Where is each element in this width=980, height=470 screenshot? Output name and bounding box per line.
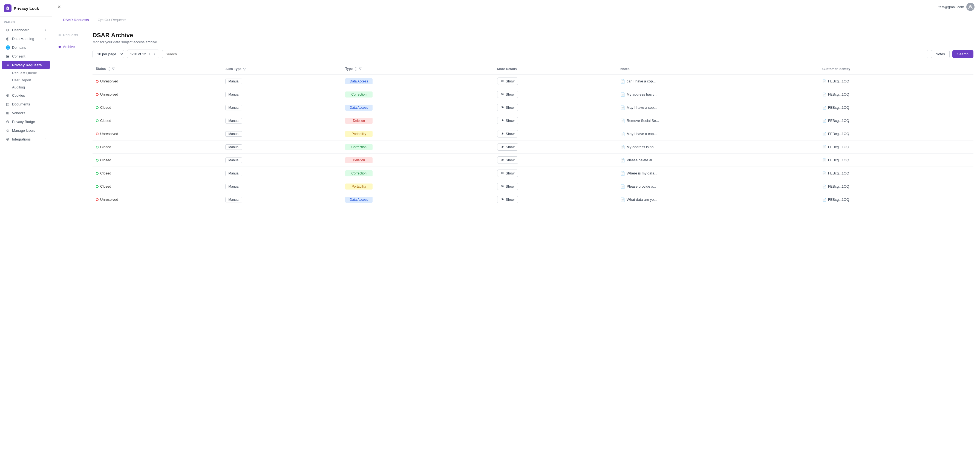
eye-icon-0: 👁	[501, 79, 504, 83]
type-badge-8: Portability	[345, 183, 372, 190]
sidebar-item-integrations[interactable]: ⊛ Integrations ›	[2, 135, 50, 143]
integrations-icon: ⊛	[5, 137, 10, 141]
pagination-prev-button[interactable]: ‹	[148, 51, 151, 57]
cell-notes-9: 📄 What data are yo...	[617, 193, 819, 206]
cell-notes-7: 📄 Where is my data...	[617, 167, 819, 180]
cell-auth-type-8: Manual	[222, 180, 342, 193]
filter-status-icon[interactable]: ▽	[112, 67, 115, 71]
show-button-7[interactable]: 👁 Show	[497, 169, 518, 177]
show-button-6[interactable]: 👁 Show	[497, 156, 518, 164]
sidebar-item-privacy-badge[interactable]: ⊙ Privacy Badge	[2, 118, 50, 126]
cell-notes-3: 📄 Remove Social Se...	[617, 114, 819, 127]
show-button-4[interactable]: 👁 Show	[497, 130, 518, 137]
eye-icon-9: 👁	[501, 198, 504, 202]
manage-users-icon: ☺	[5, 128, 10, 132]
status-badge-4: Unresolved	[96, 132, 219, 136]
notes-doc-icon-1: 📄	[620, 92, 625, 97]
sidebar-item-label: Documents	[12, 102, 30, 106]
customer-doc-icon-8: 📄	[822, 185, 826, 188]
breadcrumb-requests[interactable]: Requests	[59, 32, 86, 38]
tab-dsar-requests[interactable]: DSAR Requests	[59, 14, 93, 26]
cell-status-6: Closed	[92, 154, 222, 167]
cell-notes-1: 📄 My address has c...	[617, 88, 819, 101]
cell-customer-2: 📄 FEBcg...1OQ	[819, 101, 974, 114]
show-button-9[interactable]: 👁 Show	[497, 196, 518, 203]
close-button[interactable]: ✕	[57, 5, 61, 10]
sidebar-item-data-mapping[interactable]: ◎ Data Mapping ›	[2, 35, 50, 43]
auth-badge-2: Manual	[225, 105, 242, 110]
cell-status-1: Unresolved	[92, 88, 222, 101]
status-dot-4	[96, 132, 99, 135]
sidebar-item-domains[interactable]: 🌐 Domains	[2, 43, 50, 51]
type-badge-1: Correction	[345, 91, 372, 97]
type-badge-0: Data Access	[345, 78, 372, 84]
documents-icon: ▤	[5, 102, 10, 106]
cell-customer-6: 📄 FEBcg...1OQ	[819, 154, 974, 167]
eye-icon-3: 👁	[501, 119, 504, 123]
status-dot-8	[96, 185, 99, 188]
sidebar-sub-item-request-queue[interactable]: Request Queue	[9, 70, 50, 76]
sidebar-item-manage-users[interactable]: ☺ Manage Users	[2, 126, 50, 134]
show-button-2[interactable]: 👁 Show	[497, 104, 518, 111]
customer-cell-1: 📄 FEBcg...1OQ	[822, 92, 970, 96]
cell-notes-6: 📄 Please delete al...	[617, 154, 819, 167]
customer-doc-icon-2: 📄	[822, 106, 826, 110]
customer-text-9: FEBcg...1OQ	[828, 198, 849, 202]
user-email: test@gmail.com	[939, 5, 964, 9]
data-mapping-icon: ◎	[5, 37, 10, 41]
sidebar-item-cookies[interactable]: ⊙ Cookies	[2, 91, 50, 99]
sidebar-item-privacy-requests[interactable]: ≡ Privacy Requests	[2, 61, 50, 69]
status-badge-7: Closed	[96, 171, 219, 175]
cell-status-3: Closed	[92, 114, 222, 127]
show-button-0[interactable]: 👁 Show	[497, 78, 518, 85]
status-text-3: Closed	[100, 119, 111, 123]
status-dot-2	[96, 106, 99, 109]
show-button-1[interactable]: 👁 Show	[497, 91, 518, 98]
sidebar-sub-item-user-report[interactable]: User Report	[9, 77, 50, 84]
app-logo: Privacy Lock	[0, 0, 52, 17]
eye-icon-4: 👁	[501, 132, 504, 136]
cell-customer-5: 📄 FEBcg...1OQ	[819, 140, 974, 154]
customer-cell-3: 📄 FEBcg...1OQ	[822, 119, 970, 123]
notes-cell-8: 📄 Please provide a...	[620, 184, 816, 189]
sidebar-item-vendors[interactable]: ⊞ Vendors	[2, 109, 50, 117]
search-button[interactable]: Search	[952, 50, 974, 58]
cell-type-8: Portability	[342, 180, 494, 193]
cell-type-0: Data Access	[342, 75, 494, 88]
tab-opt-out-requests[interactable]: Opt-Out Requests	[93, 14, 131, 26]
sort-status-icon[interactable]: ▲ ▼	[108, 66, 110, 72]
eye-icon-8: 👁	[501, 184, 504, 188]
notes-cell-4: 📄 May I have a cop...	[620, 132, 816, 136]
show-button-8[interactable]: 👁 Show	[497, 183, 518, 190]
cell-auth-type-1: Manual	[222, 88, 342, 101]
table-row: Closed Manual Correction 👁 Show 📄 Where …	[92, 167, 974, 180]
pagination-next-button[interactable]: ›	[153, 51, 156, 57]
sidebar-sub-item-auditing[interactable]: Auditing	[9, 84, 50, 91]
consent-icon: ▣	[5, 54, 10, 58]
cell-type-6: Deletion	[342, 154, 494, 167]
notes-doc-icon-7: 📄	[620, 171, 625, 175]
breadcrumb-archive[interactable]: Archive	[59, 43, 86, 50]
sidebar-item-consent[interactable]: ▣ Consent	[2, 52, 50, 60]
customer-cell-4: 📄 FEBcg...1OQ	[822, 132, 970, 136]
notes-text-9: What data are yo...	[627, 198, 657, 202]
sidebar-item-dashboard[interactable]: ⊙ Dashboard ›	[2, 26, 50, 34]
status-badge-0: Unresolved	[96, 79, 219, 83]
show-button-5[interactable]: 👁 Show	[497, 143, 518, 151]
filter-type-icon[interactable]: ▽	[359, 67, 361, 71]
notes-text-0: can I have a cop...	[627, 79, 655, 83]
show-button-3[interactable]: 👁 Show	[497, 117, 518, 124]
sidebar: Privacy Lock Pages ⊙ Dashboard › ◎ Data …	[0, 0, 52, 470]
notes-button[interactable]: Notes	[931, 50, 950, 58]
auth-badge-8: Manual	[225, 184, 242, 189]
search-input[interactable]	[162, 50, 928, 58]
sidebar-item-documents[interactable]: ▤ Documents	[2, 100, 50, 108]
breadcrumb-label-archive: Archive	[63, 45, 75, 49]
per-page-select[interactable]: 10 per page 25 per page 50 per page	[92, 50, 124, 58]
requests-table: Status ▲ ▼ ▽ Auth-Type ▽	[92, 63, 974, 206]
filter-auth-icon[interactable]: ▽	[243, 67, 245, 71]
notes-cell-6: 📄 Please delete al...	[620, 158, 816, 163]
sort-type-icon[interactable]: ▲ ▼	[355, 66, 357, 72]
user-info: test@gmail.com	[939, 3, 975, 11]
cell-notes-5: 📄 My address is no...	[617, 140, 819, 154]
